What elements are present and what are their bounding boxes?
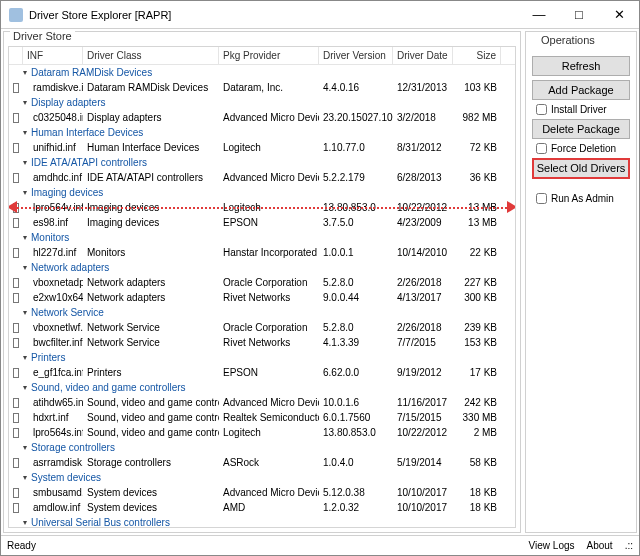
- col-class[interactable]: Driver Class: [83, 47, 219, 64]
- row-checkbox[interactable]: [13, 488, 19, 498]
- window-title: Driver Store Explorer [RAPR]: [29, 9, 519, 21]
- run-as-admin-checkbox[interactable]: Run As Admin: [536, 193, 626, 204]
- column-headers[interactable]: INF Driver Class Pkg Provider Driver Ver…: [9, 47, 515, 65]
- row-checkbox[interactable]: [13, 368, 19, 378]
- col-version[interactable]: Driver Version: [319, 47, 393, 64]
- row-checkbox[interactable]: [13, 503, 19, 513]
- row-checkbox[interactable]: [13, 83, 19, 93]
- group-header[interactable]: ▾System devices: [9, 470, 515, 485]
- status-ready: Ready: [7, 540, 36, 551]
- driver-row[interactable]: amdhdc.infIDE ATA/ATAPI controllersAdvan…: [9, 170, 515, 185]
- expand-icon: ▾: [23, 518, 27, 527]
- col-size[interactable]: Size: [453, 47, 501, 64]
- expand-icon: ▾: [23, 473, 27, 482]
- expand-icon: ▾: [23, 233, 27, 242]
- driver-row[interactable]: lpro564s.infSound, video and game contro…: [9, 425, 515, 440]
- group-header[interactable]: ▾Display adapters: [9, 95, 515, 110]
- col-inf[interactable]: INF: [23, 47, 83, 64]
- delete-package-button[interactable]: Delete Package: [532, 119, 630, 139]
- expand-icon: ▾: [23, 383, 27, 392]
- row-checkbox[interactable]: [13, 143, 19, 153]
- select-old-drivers-button[interactable]: Select Old Drivers: [532, 158, 630, 179]
- group-header[interactable]: ▾Network adapters: [9, 260, 515, 275]
- group-header[interactable]: ▾IDE ATA/ATAPI controllers: [9, 155, 515, 170]
- resize-grip[interactable]: .::: [625, 540, 633, 551]
- row-checkbox[interactable]: [13, 248, 19, 258]
- row-checkbox[interactable]: [13, 413, 19, 423]
- group-header[interactable]: ▾Printers: [9, 350, 515, 365]
- row-checkbox[interactable]: [13, 458, 19, 468]
- refresh-button[interactable]: Refresh: [532, 56, 630, 76]
- expand-icon: ▾: [23, 263, 27, 272]
- row-checkbox[interactable]: [13, 323, 19, 333]
- view-logs-link[interactable]: View Logs: [529, 540, 575, 551]
- driver-row[interactable]: c0325048.infDisplay adaptersAdvanced Mic…: [9, 110, 515, 125]
- driver-row[interactable]: ramdiskve.infDataram RAMDisk DevicesData…: [9, 80, 515, 95]
- row-checkbox[interactable]: [13, 293, 19, 303]
- row-checkbox[interactable]: [13, 218, 19, 228]
- driver-row[interactable]: amdlow.infSystem devicesAMD1.2.0.3210/10…: [9, 500, 515, 515]
- group-header[interactable]: ▾Network Service: [9, 305, 515, 320]
- force-deletion-checkbox[interactable]: Force Deletion: [536, 143, 626, 154]
- driver-store-panel: Driver Store INF Driver Class Pkg Provid…: [3, 31, 521, 533]
- driver-row[interactable]: e_gf1fca.infPrintersEPSON6.62.0.09/19/20…: [9, 365, 515, 380]
- driver-row[interactable]: bwcfilter.infNetwork ServiceRivet Networ…: [9, 335, 515, 350]
- titlebar: Driver Store Explorer [RAPR] ― □ ✕: [1, 1, 639, 29]
- minimize-button[interactable]: ―: [519, 1, 559, 28]
- group-header[interactable]: ▾Human Interface Devices: [9, 125, 515, 140]
- row-checkbox[interactable]: [13, 278, 19, 288]
- expand-icon: ▾: [23, 188, 27, 197]
- expand-icon: ▾: [23, 68, 27, 77]
- driver-row[interactable]: vboxnetadp6.infNetwork adaptersOracle Co…: [9, 275, 515, 290]
- maximize-button[interactable]: □: [559, 1, 599, 28]
- app-icon: [9, 8, 23, 22]
- driver-list: INF Driver Class Pkg Provider Driver Ver…: [8, 46, 516, 528]
- operations-label: Operations: [538, 34, 598, 46]
- install-driver-checkbox[interactable]: Install Driver: [536, 104, 626, 115]
- expand-icon: ▾: [23, 98, 27, 107]
- driver-row[interactable]: asrramdisk.infStorage controllersASRock1…: [9, 455, 515, 470]
- driver-row[interactable]: smbusamd.infSystem devicesAdvanced Micro…: [9, 485, 515, 500]
- about-link[interactable]: About: [587, 540, 613, 551]
- expand-icon: ▾: [23, 443, 27, 452]
- group-header[interactable]: ▾Monitors: [9, 230, 515, 245]
- row-checkbox[interactable]: [13, 173, 19, 183]
- status-bar: Ready View Logs About .::: [1, 535, 639, 555]
- operations-panel: Operations Refresh Add Package Install D…: [525, 31, 637, 533]
- driver-row[interactable]: atihdw65.infSound, video and game contro…: [9, 395, 515, 410]
- col-provider[interactable]: Pkg Provider: [219, 47, 319, 64]
- row-checkbox[interactable]: [13, 203, 19, 213]
- expand-icon: ▾: [23, 158, 27, 167]
- row-checkbox[interactable]: [13, 338, 19, 348]
- col-date[interactable]: Driver Date: [393, 47, 453, 64]
- group-header[interactable]: ▾Imaging devices: [9, 185, 515, 200]
- row-checkbox[interactable]: [13, 428, 19, 438]
- driver-row[interactable]: vboxnetlwf.infNetwork ServiceOracle Corp…: [9, 320, 515, 335]
- group-header[interactable]: ▾Sound, video and game controllers: [9, 380, 515, 395]
- driver-row[interactable]: hdxrt.infSound, video and game controlle…: [9, 410, 515, 425]
- driver-row[interactable]: lpro564v.infImaging devicesLogitech13.80…: [9, 200, 515, 215]
- close-button[interactable]: ✕: [599, 1, 639, 28]
- expand-icon: ▾: [23, 308, 27, 317]
- group-header[interactable]: ▾Dataram RAMDisk Devices: [9, 65, 515, 80]
- driver-row[interactable]: es98.infImaging devicesEPSON3.7.5.04/23/…: [9, 215, 515, 230]
- row-checkbox[interactable]: [13, 113, 19, 123]
- driver-row[interactable]: hl227d.infMonitorsHanstar Incorporated1.…: [9, 245, 515, 260]
- driver-store-label: Driver Store: [10, 30, 75, 42]
- row-checkbox[interactable]: [13, 398, 19, 408]
- expand-icon: ▾: [23, 353, 27, 362]
- driver-row[interactable]: unifhid.infHuman Interface DevicesLogite…: [9, 140, 515, 155]
- group-header[interactable]: ▾Universal Serial Bus controllers: [9, 515, 515, 527]
- expand-icon: ▾: [23, 128, 27, 137]
- driver-row[interactable]: e2xw10x64.infNetwork adaptersRivet Netwo…: [9, 290, 515, 305]
- add-package-button[interactable]: Add Package: [532, 80, 630, 100]
- group-header[interactable]: ▾Storage controllers: [9, 440, 515, 455]
